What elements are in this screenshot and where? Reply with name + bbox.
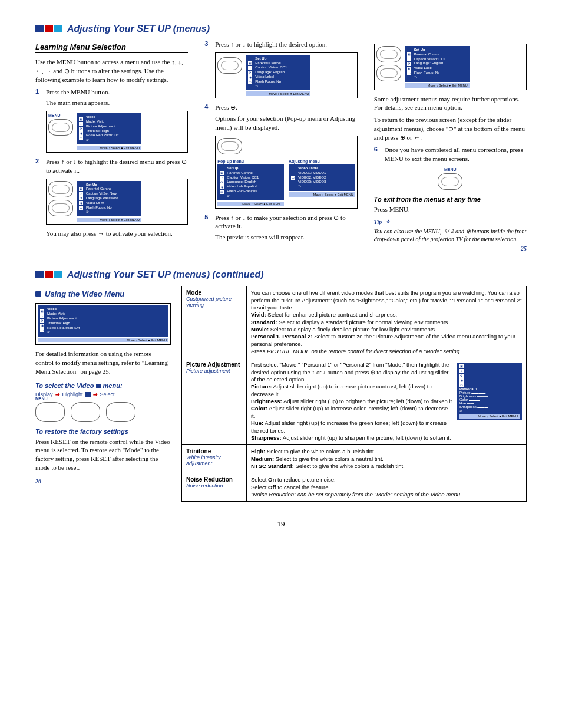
step-4-tail: Options for your selection (Pop-up menu … (215, 114, 357, 132)
page-number-25: 25 (374, 245, 527, 252)
page25-col2: 3 Press ↑ or ↓ to highlight the desired … (204, 40, 357, 252)
tip-label: Tip ✧ (374, 219, 527, 225)
popup-menu-label: Pop-up menu (217, 159, 284, 163)
opt-title: Mode (186, 289, 242, 296)
para-return: To return to the previous screen (except… (374, 116, 527, 142)
footer-page-number: – 19 – (35, 519, 527, 529)
row-name-cell: Noise ReductionNoise reduction (182, 473, 247, 502)
step-3: 3 Press ↑ or ↓ to highlight the desired … (204, 40, 357, 49)
opt-subtitle: Customized picture viewing (186, 296, 242, 308)
step-2-tail: You may also press → to activate your se… (46, 229, 188, 238)
opt-title: Noise Reduction (186, 476, 242, 483)
osd-setup: ▣♪⏲◉▭ Set Up Parental Control Caption Vi… (77, 181, 141, 217)
left-para: For detailed information on using the re… (35, 350, 171, 376)
step-5: 5 Press ↑ or ↓ to make your selection an… (204, 213, 357, 231)
remote-icon (438, 173, 462, 190)
arrow-right-icon: ➡ (55, 391, 60, 397)
row-body-cell: Select On to reduce picture noise.Select… (247, 473, 527, 502)
step-5-tail: The previous screen will reappear. (215, 233, 357, 242)
row-body-cell: ▣♪⏲◉▭Personal 1Picture ▬▬▬▬Brightness ▬▬… (247, 358, 527, 445)
para-some-adjust: Some adjustment menus may require furthe… (374, 95, 527, 113)
figure-video-osd: ▣♪⏲◉▭ Video Mode: Vivid Picture Adjustme… (35, 303, 171, 345)
adjusting-menu-label: Adjusting menu (289, 159, 355, 163)
mini-osd: ▣♪⏲◉▭Personal 1Picture ▬▬▬▬Brightness ▬▬… (457, 363, 522, 420)
menu-label: MENU (48, 113, 73, 117)
osd-setup-3: ▣♪⏲◉▭ Set Up Parental Control Caption Vi… (405, 46, 470, 82)
table-row: Noise ReductionNoise reductionSelect On … (182, 473, 527, 502)
opt-body: You can choose one of five different vid… (251, 289, 522, 355)
exit-body: Press MENU. (374, 205, 527, 214)
opt-title: Trinitone (186, 448, 242, 454)
arrow-right-icon: ➡ (93, 391, 98, 397)
select-video-heading: To select the Video menu: (35, 382, 171, 389)
figure-3: ▣♪⏲◉▭ Set Up Parental Control Caption Vi… (215, 52, 357, 99)
page25-columns: Learning Menu Selection Use the MENU but… (35, 40, 527, 252)
heading-text-2: Adjusting Your SET UP (menus) (continued… (67, 269, 264, 280)
table-row: ModeCustomized picture viewingYou can ch… (182, 286, 527, 358)
figure-4: Pop-up menu ▣♪⏲◉▭ Set Up Parental Contro… (215, 136, 357, 209)
opt-title: Picture Adjustment (186, 361, 242, 368)
restore-heading: To restore the factory settings (35, 428, 171, 435)
exit-heading: To exit from the menus at any time (374, 196, 527, 203)
row-name-cell: ModeCustomized picture viewing (182, 286, 247, 358)
row-name-cell: TrinitoneWhite intensity adjustment (182, 445, 247, 473)
tv-icon (96, 384, 101, 388)
row-body-cell: High: Select to give the white colors a … (247, 445, 527, 473)
step-1-result: The main menu appears. (46, 98, 188, 107)
opt-subtitle: Noise reduction (186, 483, 242, 489)
options-table: ModeCustomized picture viewingYou can ch… (181, 286, 527, 502)
section-heading-1: Adjusting Your SET UP (menus) (35, 24, 527, 34)
step-1: 1 Press the MENU button. (35, 88, 188, 97)
restore-body: Press RESET on the remote control while … (35, 437, 171, 472)
figure-5: ▣♪⏲◉▭ Set Up Parental Control Caption Vi… (374, 44, 527, 90)
osd-popup: ▣♪⏲◉▭ Set Up Parental Control Caption Vi… (217, 164, 284, 200)
remote-row: MENU (35, 402, 171, 422)
video-menu-heading: Using the Video Menu (35, 289, 171, 298)
remote-icon (376, 46, 401, 62)
step-6: 6 Once you have completed all menu corre… (374, 146, 527, 163)
remote-icon (106, 402, 135, 422)
lightbulb-icon: ✧ (385, 219, 390, 225)
page25-col3: ▣♪⏲◉▭ Set Up Parental Control Caption Vi… (374, 40, 527, 252)
table-row: Picture AdjustmentPicture adjustment▣♪⏲◉… (182, 358, 527, 445)
step-4: 4 Press ⊕. (204, 103, 357, 112)
return-icon: ⊃ (448, 124, 454, 133)
osd-setup-lang: ▣♪⏲◉▭ Set Up Parental Control Caption Vi… (246, 55, 310, 91)
remote-icon (48, 181, 73, 197)
figure-1: MENU ▣♪⏲◉▭ Video Mode: Vivid Picture Adj… (46, 111, 188, 153)
menu-label: MENU (444, 167, 457, 172)
step-2: 2 Press ↑ or ↓ to highlight the desired … (35, 157, 188, 175)
page26-left: Using the Video Menu ▣♪⏲◉▭ Video Mode: V… (35, 286, 171, 502)
row-body-cell: You can choose one of five different vid… (247, 286, 527, 358)
page26-right: ModeCustomized picture viewingYou can ch… (181, 286, 527, 502)
remote-icon (217, 57, 242, 74)
opt-body: High: Select to give the white colors a … (251, 448, 522, 470)
stripe-icon (35, 271, 62, 278)
select-flow: Display ➡ Highlight ➡ Select (35, 391, 171, 397)
figure-2: ▣♪⏲◉▭ Set Up Parental Control Caption Vi… (46, 179, 188, 225)
page-number-26: 26 (35, 478, 171, 485)
remote-icon (48, 200, 73, 216)
tip-text: You can also use the MENU, ⇧/⇩ and ⊕ but… (374, 228, 527, 243)
opt-subtitle: White intensity adjustment (186, 454, 242, 466)
remote-icon (217, 138, 242, 154)
osd-adjusting: ▭ Video Label VIDEO1: VIDEO1 VIDEO2: VID… (289, 164, 355, 191)
section-heading-2: Adjusting Your SET UP (menus) (continued… (35, 269, 527, 280)
remote-icon (71, 402, 100, 422)
page26-layout: Using the Video Menu ▣♪⏲◉▭ Video Mode: V… (35, 286, 527, 502)
intro-text: Use the MENU button to access a menu and… (35, 58, 188, 84)
tv-icon (85, 392, 91, 397)
remote-icon (35, 402, 65, 422)
tv-icon (35, 291, 41, 297)
opt-body: Select On to reduce picture noise.Select… (251, 476, 522, 498)
heading-text: Adjusting Your SET UP (menus) (67, 24, 210, 34)
remote-icon (48, 119, 73, 136)
stripe-icon (35, 25, 62, 32)
opt-subtitle: Picture adjustment (186, 368, 242, 374)
page25-col1: Learning Menu Selection Use the MENU but… (35, 40, 188, 252)
osd-video-2: ▣♪⏲◉▭ Video Mode: Vivid Picture Adjustme… (38, 305, 168, 337)
remote-icon (376, 65, 401, 81)
osd-video: ▣♪⏲◉▭ Video Mode: Vivid Picture Adjustme… (77, 113, 141, 144)
row-name-cell: Picture AdjustmentPicture adjustment (182, 358, 247, 445)
learning-menu-heading: Learning Menu Selection (35, 42, 188, 53)
